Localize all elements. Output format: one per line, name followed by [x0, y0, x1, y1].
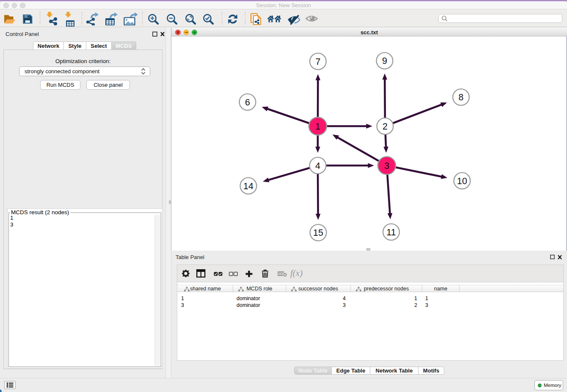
svg-text:2: 2 — [383, 121, 388, 132]
svg-text:14: 14 — [243, 181, 253, 191]
svg-text:11: 11 — [386, 227, 396, 237]
svg-text:1: 1 — [315, 121, 320, 132]
svg-text:3: 3 — [384, 161, 389, 171]
svg-text:10: 10 — [457, 176, 467, 186]
svg-text:6: 6 — [245, 97, 250, 108]
svg-text:9: 9 — [382, 56, 387, 66]
svg-text:7: 7 — [316, 57, 321, 67]
svg-text:8: 8 — [459, 92, 464, 102]
svg-text:15: 15 — [313, 228, 323, 238]
svg-text:4: 4 — [315, 161, 320, 171]
